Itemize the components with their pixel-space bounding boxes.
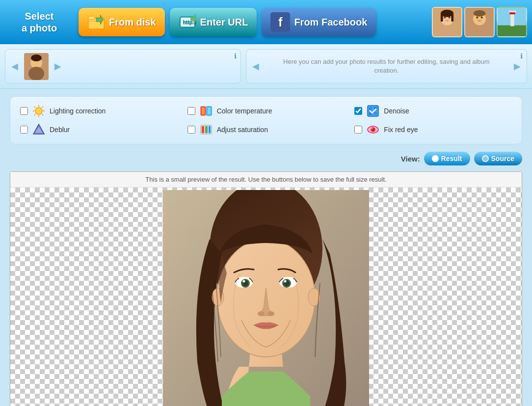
enter-url-label: Enter URL: [200, 17, 248, 28]
color-temp-icon: [199, 104, 213, 118]
enter-url-button[interactable]: http:// Enter URL: [170, 8, 257, 36]
top-bar: Select a photo From disk http:// Ente: [0, 0, 532, 44]
svg-line-37: [42, 107, 43, 108]
lighting-icon: [32, 104, 46, 118]
source-filmstrip: ◀ ▶ ℹ: [5, 49, 241, 83]
source-view-button[interactable]: Source: [474, 152, 522, 165]
filter-deblur: Deblur: [20, 123, 178, 136]
result-view-button[interactable]: Result: [424, 152, 470, 165]
sample-photos: [432, 7, 527, 37]
denoise-icon: [366, 104, 380, 118]
lighting-checkbox[interactable]: [20, 107, 28, 115]
svg-point-19: [478, 20, 481, 22]
filmstrip-placeholder: Here you can add your photo results for …: [261, 57, 512, 75]
red-eye-label: Fix red eye: [384, 126, 418, 134]
svg-point-29: [28, 67, 44, 80]
filter-red-eye: Fix red eye: [354, 123, 512, 136]
filter-color-temp: Color temperature: [187, 104, 345, 118]
result-radio: [432, 155, 439, 162]
source-btn-label: Source: [491, 155, 514, 162]
deblur-label: Deblur: [50, 126, 70, 134]
svg-point-70: [258, 311, 265, 316]
filmstrip-right-arrow[interactable]: ▶: [53, 61, 63, 72]
svg-rect-41: [202, 108, 205, 114]
view-label: View:: [401, 155, 420, 163]
svg-point-69: [284, 280, 287, 283]
svg-point-17: [476, 17, 478, 19]
svg-rect-13: [441, 13, 443, 22]
color-temp-label: Color temperature: [217, 107, 272, 115]
result-filmstrip-left-arrow[interactable]: ◀: [250, 61, 261, 72]
from-disk-button[interactable]: From disk: [79, 8, 165, 36]
preview-caption: This is a small preview of the result. U…: [10, 172, 522, 188]
deblur-checkbox[interactable]: [20, 126, 28, 134]
svg-line-36: [42, 114, 43, 115]
filter-denoise: Denoise: [354, 104, 512, 118]
saturation-icon: [199, 123, 213, 136]
sample-photo-2[interactable]: [464, 7, 495, 37]
svg-rect-47: [374, 112, 377, 115]
svg-line-35: [34, 107, 35, 108]
denoise-label: Denoise: [384, 107, 409, 115]
from-facebook-label: From Facebook: [294, 17, 367, 28]
filmstrip-thumbnail[interactable]: [24, 53, 49, 80]
color-temp-checkbox[interactable]: [187, 107, 195, 115]
filmstrip-left-arrow[interactable]: ◀: [9, 61, 20, 72]
svg-point-65: [243, 280, 245, 283]
svg-rect-51: [202, 126, 204, 133]
svg-point-11: [445, 20, 449, 22]
svg-rect-25: [508, 11, 516, 13]
filmstrip-info-icon[interactable]: ℹ: [234, 52, 237, 60]
svg-point-57: [372, 128, 373, 130]
red-eye-checkbox[interactable]: [354, 126, 362, 134]
disk-icon: [87, 13, 105, 31]
red-eye-icon: [366, 123, 380, 136]
svg-point-20: [474, 10, 485, 17]
from-disk-label: From disk: [109, 17, 156, 28]
svg-line-38: [34, 114, 35, 115]
main-content: Lighting correction Color temperature: [0, 89, 532, 406]
denoise-checkbox[interactable]: [354, 107, 362, 115]
svg-point-28: [31, 54, 42, 61]
svg-point-18: [481, 17, 483, 19]
result-btn-label: Result: [441, 155, 462, 162]
sample-photo-3[interactable]: [497, 7, 527, 37]
svg-rect-14: [451, 13, 453, 22]
source-radio: [482, 155, 489, 162]
preview-image-area: [10, 188, 522, 406]
saturation-label: Adjust saturation: [217, 126, 268, 134]
facebook-icon: f: [270, 12, 290, 32]
svg-rect-2: [88, 16, 95, 20]
svg-rect-52: [205, 126, 208, 133]
filmstrip-area: ◀ ▶ ℹ ◀ Here you can add your photo resu…: [0, 44, 532, 89]
select-photo-label: Select a photo: [5, 10, 74, 34]
url-icon: http://: [179, 13, 196, 31]
from-facebook-button[interactable]: f From Facebook: [262, 8, 376, 36]
svg-rect-23: [510, 12, 514, 26]
view-controls: View: Result Source: [10, 152, 522, 165]
result-filmstrip-info-icon[interactable]: ℹ: [520, 52, 523, 60]
svg-point-30: [35, 108, 42, 114]
lighting-label: Lighting correction: [50, 107, 106, 115]
preview-container: This is a small preview of the result. U…: [10, 171, 522, 406]
svg-point-71: [267, 311, 274, 316]
filter-saturation: Adjust saturation: [187, 123, 345, 136]
result-filmstrip-right-arrow[interactable]: ▶: [512, 61, 523, 72]
deblur-icon: [32, 123, 46, 136]
sample-photo-1[interactable]: [432, 7, 462, 37]
svg-rect-53: [209, 126, 211, 133]
filter-lighting: Lighting correction: [20, 104, 178, 118]
svg-rect-42: [208, 108, 211, 114]
result-filmstrip: ◀ Here you can add your photo results fo…: [246, 49, 527, 83]
svg-rect-44: [369, 107, 372, 110]
saturation-checkbox[interactable]: [187, 126, 195, 134]
svg-rect-22: [498, 26, 526, 36]
portrait-illustration: [163, 190, 369, 406]
filters-panel: Lighting correction Color temperature: [10, 96, 522, 144]
